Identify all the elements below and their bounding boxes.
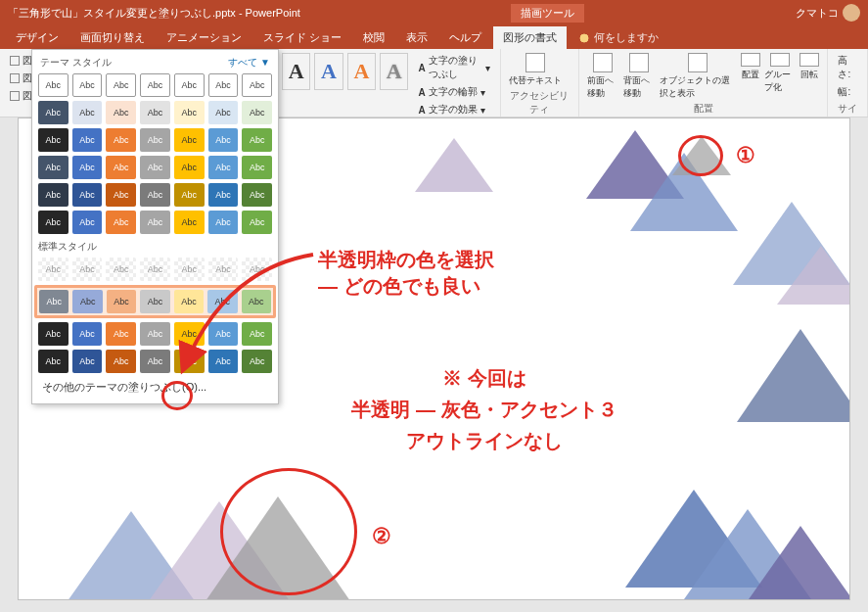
- style-swatch[interactable]: Abc: [174, 183, 205, 207]
- style-swatch[interactable]: Abc: [174, 211, 205, 234]
- selection-pane-button[interactable]: オブジェクトの選択と表示: [660, 53, 737, 100]
- document-title: 「三角形で山」スタイル変更と塗りつぶし.pptx - PowerPoint: [8, 6, 300, 21]
- style-swatch[interactable]: Abc: [38, 101, 69, 124]
- style-swatch[interactable]: Abc: [242, 128, 272, 152]
- style-swatch[interactable]: Abc: [38, 156, 69, 179]
- style-swatch[interactable]: Abc: [242, 101, 272, 124]
- style-swatch[interactable]: Abc: [72, 211, 103, 234]
- fill-icon: [10, 56, 20, 66]
- wordart-style-3[interactable]: A: [347, 53, 376, 90]
- style-swatch[interactable]: Abc: [72, 183, 103, 207]
- style-swatch[interactable]: Abc: [38, 211, 69, 234]
- marker-circle-2: [220, 468, 357, 595]
- marker-number-1: ①: [736, 143, 755, 168]
- triangle-shape[interactable]: [777, 246, 850, 305]
- theme-styles-grid: AbcAbcAbcAbcAbcAbcAbc AbcAbcAbcAbcAbcAbc…: [36, 71, 274, 236]
- style-swatch[interactable]: Abc: [38, 183, 69, 207]
- style-swatch[interactable]: Abc: [208, 156, 239, 179]
- send-backward-button[interactable]: 背面へ移動: [623, 53, 656, 100]
- style-swatch[interactable]: Abc: [242, 73, 272, 97]
- triangle-shape[interactable]: [742, 526, 850, 600]
- tab-animations[interactable]: アニメーション: [157, 26, 251, 49]
- width-field[interactable]: 幅:: [836, 84, 859, 100]
- tab-view[interactable]: 表示: [396, 26, 437, 49]
- tell-me-search[interactable]: 何をしますか: [569, 26, 668, 49]
- marker-circle-1: [678, 135, 723, 176]
- align-button[interactable]: 配置: [741, 53, 760, 81]
- style-swatch[interactable]: Abc: [72, 73, 103, 97]
- style-swatch[interactable]: Abc: [106, 350, 136, 373]
- text-fill-button[interactable]: A文字の塗りつぶし ▾: [416, 53, 492, 82]
- style-swatch[interactable]: Abc: [38, 73, 69, 97]
- style-swatch[interactable]: Abc: [106, 101, 136, 124]
- alt-text-button[interactable]: 代替テキスト: [509, 53, 562, 87]
- style-swatch[interactable]: Abc: [39, 290, 69, 313]
- tab-transitions[interactable]: 画面切り替え: [70, 26, 155, 49]
- tab-help[interactable]: ヘルプ: [439, 26, 491, 49]
- tab-slideshow[interactable]: スライド ショー: [253, 26, 351, 49]
- style-swatch[interactable]: Abc: [106, 183, 136, 207]
- text-effects-button[interactable]: A文字の効果 ▾: [416, 102, 492, 118]
- ribbon-group-size: 高さ: 幅: サイズ: [828, 49, 868, 117]
- wordart-style-2[interactable]: A: [314, 53, 343, 90]
- style-swatch[interactable]: Abc: [38, 350, 69, 373]
- style-swatch[interactable]: Abc: [106, 322, 136, 346]
- text-outline-button[interactable]: A文字の輪郭 ▾: [416, 84, 492, 100]
- style-swatch[interactable]: Abc: [140, 101, 170, 124]
- style-swatch[interactable]: Abc: [174, 101, 205, 124]
- style-swatch[interactable]: Abc: [208, 73, 239, 97]
- style-swatch[interactable]: Abc: [107, 290, 136, 313]
- style-swatch[interactable]: Abc: [106, 128, 136, 152]
- user-account[interactable]: クマトコ: [796, 4, 860, 22]
- height-field[interactable]: 高さ:: [836, 53, 859, 82]
- wordart-style-4[interactable]: A: [380, 53, 408, 90]
- show-all-styles[interactable]: すべて ▼: [228, 56, 270, 70]
- style-swatch[interactable]: Abc: [174, 73, 205, 97]
- style-swatch[interactable]: Abc: [174, 156, 205, 179]
- style-swatch[interactable]: Abc: [208, 183, 239, 207]
- style-swatch[interactable]: Abc: [242, 211, 272, 234]
- style-swatch[interactable]: Abc: [242, 156, 272, 179]
- style-swatch[interactable]: Abc: [72, 156, 103, 179]
- style-swatch[interactable]: Abc: [38, 322, 69, 346]
- group-button[interactable]: グループ化: [764, 53, 797, 94]
- titlebar: 「三角形で山」スタイル変更と塗りつぶし.pptx - PowerPoint 描画…: [0, 0, 868, 25]
- group-icon: [770, 53, 790, 67]
- style-swatch[interactable]: Abc: [106, 73, 136, 97]
- style-swatch[interactable]: Abc: [72, 290, 102, 313]
- style-swatch[interactable]: Abc: [72, 101, 103, 124]
- style-swatch[interactable]: Abc: [140, 211, 170, 234]
- tab-review[interactable]: 校閲: [353, 26, 394, 49]
- align-icon: [741, 53, 760, 67]
- wordart-style-1[interactable]: A: [282, 53, 310, 90]
- style-swatch[interactable]: Abc: [72, 128, 103, 152]
- style-swatch[interactable]: Abc: [242, 183, 272, 207]
- style-swatch[interactable]: Abc: [174, 128, 205, 152]
- triangle-shape[interactable]: [737, 329, 850, 422]
- accessibility-group-label: アクセシビリティ: [509, 87, 571, 117]
- style-swatch[interactable]: Abc: [38, 128, 69, 152]
- ribbon-group-arrange: 前面へ移動 背面へ移動 オブジェクトの選択と表示 配置 グループ化 回転 配置: [579, 49, 829, 117]
- style-swatch[interactable]: Abc: [208, 211, 239, 234]
- style-swatch[interactable]: Abc: [72, 258, 103, 281]
- tab-design[interactable]: デザイン: [6, 26, 69, 49]
- style-swatch[interactable]: Abc: [140, 156, 170, 179]
- style-swatch[interactable]: Abc: [106, 211, 136, 234]
- style-swatch[interactable]: Abc: [140, 183, 170, 207]
- tab-shape-format[interactable]: 図形の書式: [493, 26, 567, 49]
- style-swatch[interactable]: Abc: [140, 73, 170, 97]
- style-swatch[interactable]: Abc: [140, 128, 170, 152]
- style-swatch[interactable]: Abc: [38, 258, 69, 281]
- style-swatch[interactable]: Abc: [72, 322, 103, 346]
- bring-forward-button[interactable]: 前面へ移動: [587, 53, 619, 100]
- style-swatch[interactable]: Abc: [208, 128, 239, 152]
- style-swatch[interactable]: Abc: [106, 156, 136, 179]
- style-swatch[interactable]: Abc: [106, 258, 136, 281]
- rotate-button[interactable]: 回転: [799, 53, 819, 81]
- triangle-shape[interactable]: [415, 138, 493, 192]
- ribbon-tabs: デザイン 画面切り替え アニメーション スライド ショー 校閲 表示 ヘルプ 図…: [0, 25, 868, 49]
- style-swatch[interactable]: Abc: [208, 101, 239, 124]
- ribbon-group-wordart: A A A A A文字の塗りつぶし ▾ A文字の輪郭 ▾ A文字の効果 ▾ ワー…: [274, 49, 501, 117]
- style-swatch[interactable]: Abc: [72, 350, 103, 373]
- lightbulb-icon: [578, 32, 590, 44]
